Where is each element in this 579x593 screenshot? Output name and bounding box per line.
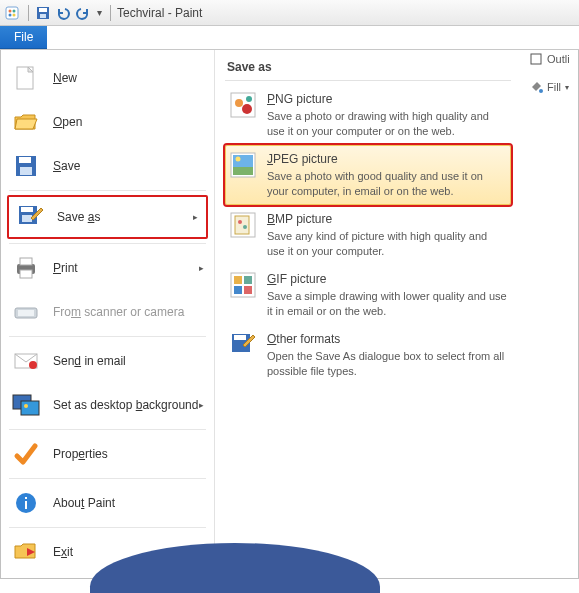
svg-rect-43	[234, 286, 242, 294]
file-tab[interactable]: File	[0, 26, 47, 49]
menu-save-as[interactable]: Save as ▸	[7, 195, 208, 239]
menu-send-email[interactable]: Send in email	[3, 339, 212, 383]
svg-rect-35	[233, 167, 253, 175]
option-jpeg[interactable]: JPEG picture Save a photo with good qual…	[225, 145, 511, 205]
svg-rect-33	[233, 155, 253, 167]
menu-about-paint[interactable]: About Paint	[3, 481, 212, 525]
submenu-arrow-icon: ▸	[193, 212, 198, 222]
option-text: JPEG picture Save a photo with good qual…	[267, 151, 507, 199]
ribbon-tabs: File	[0, 26, 579, 50]
menu-label: Set as desktop background	[53, 398, 198, 412]
menu-label: Exit	[53, 545, 73, 559]
menu-label: Properties	[53, 447, 108, 461]
separator	[110, 5, 111, 21]
fill-label: Fill	[547, 81, 561, 93]
option-text: BMP picture Save any kind of picture wit…	[267, 211, 507, 259]
file-backstage: New Open Save Save as ▸	[0, 50, 579, 579]
svg-rect-10	[19, 157, 31, 163]
fill-dropdown[interactable]: Fill ▾	[527, 78, 579, 96]
desktop-background-icon	[11, 391, 41, 419]
svg-point-24	[24, 404, 28, 408]
svg-point-4	[13, 13, 16, 16]
undo-icon[interactable]	[55, 5, 71, 21]
svg-point-21	[29, 361, 37, 369]
svg-rect-14	[22, 215, 32, 222]
menu-label: Open	[53, 115, 82, 129]
customize-qat-icon[interactable]: ▾	[95, 7, 104, 18]
option-gif[interactable]: GIF picture Save a simple drawing with l…	[225, 265, 511, 325]
email-icon	[11, 347, 41, 375]
outline-dropdown[interactable]: Outli	[527, 50, 579, 68]
svg-point-2	[13, 9, 16, 12]
svg-point-39	[243, 225, 247, 229]
jpeg-format-icon	[229, 151, 257, 179]
svg-rect-37	[235, 216, 249, 234]
printer-icon	[11, 254, 41, 282]
menu-label: Send in email	[53, 354, 126, 368]
panel-title: Save as	[225, 56, 511, 81]
save-icon[interactable]	[35, 5, 51, 21]
menu-label: Save as	[57, 210, 100, 224]
svg-point-29	[235, 99, 243, 107]
svg-point-1	[9, 9, 12, 12]
svg-point-48	[539, 89, 543, 93]
option-text: GIF picture Save a simple drawing with l…	[267, 271, 507, 319]
svg-rect-46	[234, 335, 246, 340]
svg-rect-17	[20, 270, 32, 278]
svg-rect-44	[244, 286, 252, 294]
gif-format-icon	[229, 271, 257, 299]
save-as-icon	[15, 203, 45, 231]
file-menu: New Open Save Save as ▸	[1, 50, 215, 578]
svg-rect-28	[231, 93, 255, 117]
svg-rect-13	[21, 207, 33, 212]
svg-rect-26	[25, 501, 27, 509]
svg-rect-7	[40, 14, 46, 18]
svg-rect-6	[39, 8, 47, 12]
svg-point-3	[9, 13, 12, 16]
outline-label: Outli	[547, 53, 570, 65]
separator	[28, 5, 29, 21]
ribbon-right-strip: Outli Fill ▾	[527, 50, 579, 96]
menu-from-scanner: From scanner or camera	[3, 290, 212, 334]
redo-icon[interactable]	[75, 5, 91, 21]
submenu-arrow-icon: ▸	[199, 263, 204, 273]
svg-point-38	[238, 220, 242, 224]
svg-rect-23	[21, 401, 39, 415]
menu-open[interactable]: Open	[3, 100, 212, 144]
svg-rect-41	[234, 276, 242, 284]
scanner-icon	[11, 298, 41, 326]
svg-rect-11	[20, 167, 32, 175]
window-title: Techviral - Paint	[117, 6, 202, 20]
menu-label: Print	[53, 261, 78, 275]
menu-print[interactable]: Print ▸	[3, 246, 212, 290]
menu-label: About Paint	[53, 496, 115, 510]
svg-rect-0	[6, 7, 18, 19]
menu-new[interactable]: New	[3, 56, 212, 100]
info-icon	[11, 489, 41, 517]
other-formats-icon	[229, 331, 257, 359]
menu-label: From scanner or camera	[53, 305, 184, 319]
svg-rect-27	[25, 497, 27, 499]
save-as-panel: Save as PNG picture Save a photo or draw…	[215, 50, 517, 578]
option-text: Other formats Open the Save As dialogue …	[267, 331, 507, 379]
submenu-arrow-icon: ▸	[199, 400, 204, 410]
paint-app-icon	[4, 4, 22, 22]
option-text: PNG picture Save a photo or drawing with…	[267, 91, 507, 139]
svg-rect-16	[20, 258, 32, 265]
svg-rect-42	[244, 276, 252, 284]
png-format-icon	[229, 91, 257, 119]
file-tab-label: File	[14, 30, 33, 44]
option-bmp[interactable]: BMP picture Save any kind of picture wit…	[225, 205, 511, 265]
svg-point-31	[246, 96, 252, 102]
menu-save[interactable]: Save	[3, 144, 212, 188]
quick-access-toolbar: ▾ Techviral - Paint	[0, 0, 579, 26]
bmp-format-icon	[229, 211, 257, 239]
outline-icon	[529, 52, 543, 66]
option-png[interactable]: PNG picture Save a photo or drawing with…	[225, 85, 511, 145]
option-other-formats[interactable]: Other formats Open the Save As dialogue …	[225, 325, 511, 385]
menu-set-desktop-background[interactable]: Set as desktop background ▸	[3, 383, 212, 427]
floppy-save-icon	[11, 152, 41, 180]
menu-properties[interactable]: Properties	[3, 432, 212, 476]
menu-label: Save	[53, 159, 80, 173]
menu-label: New	[53, 71, 77, 85]
